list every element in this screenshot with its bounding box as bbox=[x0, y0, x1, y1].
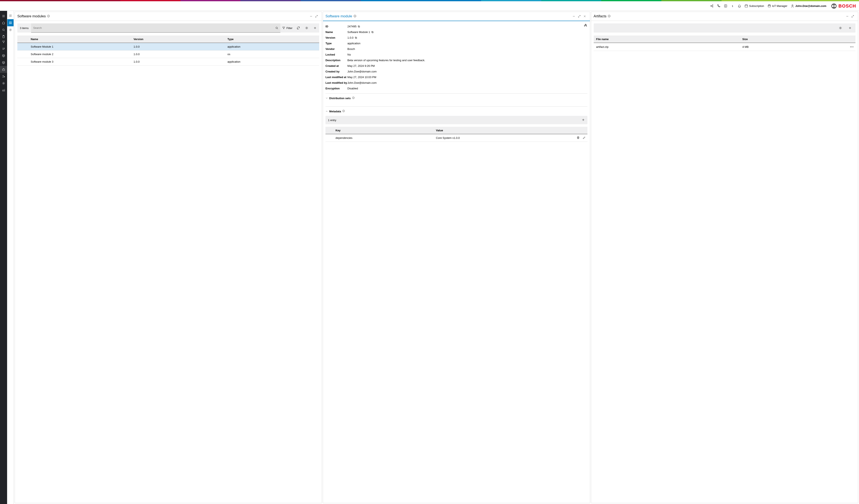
value-name: Software Module 1 bbox=[347, 30, 370, 34]
svg-rect-6 bbox=[768, 5, 770, 7]
svg-point-14 bbox=[3, 83, 4, 84]
svg-rect-22 bbox=[358, 26, 359, 27]
svg-point-0 bbox=[711, 6, 711, 6]
brand-anker-icon bbox=[831, 3, 837, 9]
search-input[interactable] bbox=[31, 24, 273, 32]
clipboard-icon[interactable] bbox=[0, 34, 7, 39]
add-metadata-button[interactable] bbox=[582, 118, 585, 122]
chart-icon[interactable] bbox=[0, 87, 7, 93]
table-row[interactable]: Software module 31.0.0application bbox=[17, 58, 319, 65]
svg-point-8 bbox=[2, 29, 4, 30]
table-row[interactable]: artifact.zip4 MB bbox=[594, 43, 856, 51]
tools-icon[interactable] bbox=[584, 23, 587, 28]
panel-title: Software module bbox=[326, 14, 352, 18]
edit-icon[interactable] bbox=[583, 136, 586, 140]
value-created-by: John.Doe@domain.com bbox=[347, 70, 377, 73]
expand-icon[interactable] bbox=[850, 14, 856, 19]
minimize-icon[interactable] bbox=[571, 14, 576, 19]
label-vendor: Vendor bbox=[326, 47, 347, 50]
cell-type: application bbox=[225, 60, 319, 63]
person-settings-icon[interactable] bbox=[0, 73, 7, 80]
info-icon[interactable] bbox=[352, 96, 355, 100]
more-icon[interactable] bbox=[850, 47, 853, 47]
col-key[interactable]: Key bbox=[333, 129, 434, 132]
expand-icon[interactable] bbox=[314, 14, 319, 19]
user-menu[interactable]: John.Doe@domain.com bbox=[791, 4, 826, 8]
table-row[interactable]: Software Module 11.0.0application bbox=[17, 43, 319, 50]
svg-point-19 bbox=[306, 28, 307, 28]
cube-icon[interactable] bbox=[0, 52, 7, 59]
minimize-icon[interactable] bbox=[308, 14, 314, 19]
value-description: Beta version of upcoming features for te… bbox=[347, 59, 425, 62]
toolbox-icon[interactable] bbox=[0, 66, 7, 73]
value-encryption: Disabled bbox=[347, 87, 358, 90]
add-button[interactable] bbox=[311, 24, 319, 33]
filter-button[interactable]: Filter bbox=[280, 24, 294, 33]
col-name[interactable]: Name bbox=[29, 37, 131, 41]
home-icon[interactable] bbox=[0, 19, 7, 26]
col-version[interactable]: Version bbox=[131, 37, 225, 41]
svg-point-1 bbox=[712, 4, 713, 5]
iot-manager-label: IoT Manager bbox=[772, 4, 787, 7]
label-id: ID bbox=[326, 25, 347, 28]
cell-file: artifact.zip bbox=[594, 45, 740, 48]
sub-grid-icon[interactable] bbox=[7, 19, 14, 26]
share-icon[interactable] bbox=[710, 4, 713, 8]
paragraph-icon[interactable]: § bbox=[731, 4, 734, 8]
svg-rect-26 bbox=[355, 37, 357, 38]
menu-icon[interactable] bbox=[0, 13, 7, 19]
svg-rect-11 bbox=[2, 69, 5, 71]
top-bar: § Subscription IoT Manager John.Doe@doma… bbox=[0, 1, 859, 11]
software-module-detail-panel: Software module ID247495 NameSoftware Mo… bbox=[323, 12, 590, 503]
bell-icon[interactable] bbox=[738, 4, 741, 8]
route-icon[interactable] bbox=[0, 45, 7, 52]
book-icon[interactable] bbox=[724, 4, 727, 8]
search-field[interactable] bbox=[31, 24, 280, 33]
phone-icon[interactable] bbox=[717, 4, 721, 8]
cell-version: 1.0.0 bbox=[131, 45, 225, 48]
col-size[interactable]: Size bbox=[740, 37, 846, 41]
info-icon[interactable] bbox=[353, 15, 357, 18]
subscription-link[interactable]: Subscription bbox=[744, 4, 764, 8]
cell-name: Software module 3 bbox=[29, 60, 131, 63]
primary-nav bbox=[0, 11, 7, 504]
info-icon[interactable] bbox=[47, 15, 50, 18]
table-row[interactable]: Software module 21.0.0os bbox=[17, 50, 319, 58]
copy-icon[interactable] bbox=[371, 31, 374, 33]
cube-alt-icon[interactable] bbox=[0, 59, 7, 66]
minimize-icon[interactable] bbox=[845, 14, 850, 19]
settings-button[interactable] bbox=[302, 24, 311, 33]
sub-gear-icon[interactable] bbox=[7, 26, 14, 33]
delete-icon[interactable] bbox=[576, 136, 580, 140]
col-file[interactable]: File name bbox=[594, 37, 740, 41]
artifacts-toolbar bbox=[594, 24, 856, 33]
col-value[interactable]: Value bbox=[434, 129, 573, 132]
search-icon[interactable] bbox=[0, 26, 7, 33]
svg-rect-21 bbox=[359, 26, 360, 27]
label-modified-by: Last modified by bbox=[326, 81, 347, 85]
svg-rect-25 bbox=[356, 37, 357, 39]
expand-icon[interactable] bbox=[576, 14, 582, 19]
settings-button[interactable] bbox=[836, 24, 845, 33]
copy-icon[interactable] bbox=[358, 25, 360, 28]
svg-point-2 bbox=[712, 6, 713, 7]
col-type[interactable]: Type bbox=[225, 37, 319, 41]
close-icon[interactable] bbox=[582, 14, 587, 19]
iot-manager-link[interactable]: IoT Manager bbox=[768, 4, 787, 8]
filter-nav-icon[interactable] bbox=[0, 39, 7, 45]
gear-icon[interactable] bbox=[0, 80, 7, 87]
search-icon[interactable] bbox=[273, 26, 280, 30]
cell-name: Software Module 1 bbox=[29, 45, 131, 48]
metadata-section[interactable]: Metadata bbox=[326, 109, 587, 114]
label-created-by: Created by bbox=[326, 70, 347, 73]
sub-menu-icon[interactable] bbox=[7, 12, 14, 19]
table-row[interactable]: dependenciesCore System v1.0.0 bbox=[326, 134, 587, 142]
info-icon[interactable] bbox=[342, 110, 345, 113]
add-artifact-button[interactable] bbox=[846, 24, 854, 33]
copy-icon[interactable] bbox=[355, 36, 357, 39]
metadata-table: Key Value dependenciesCore System v1.0.0 bbox=[326, 127, 587, 142]
label-created-at: Created at bbox=[326, 64, 347, 67]
distribution-sets-section[interactable]: Distribution sets bbox=[326, 96, 587, 101]
refresh-button[interactable] bbox=[294, 24, 302, 33]
info-icon[interactable] bbox=[608, 15, 611, 18]
